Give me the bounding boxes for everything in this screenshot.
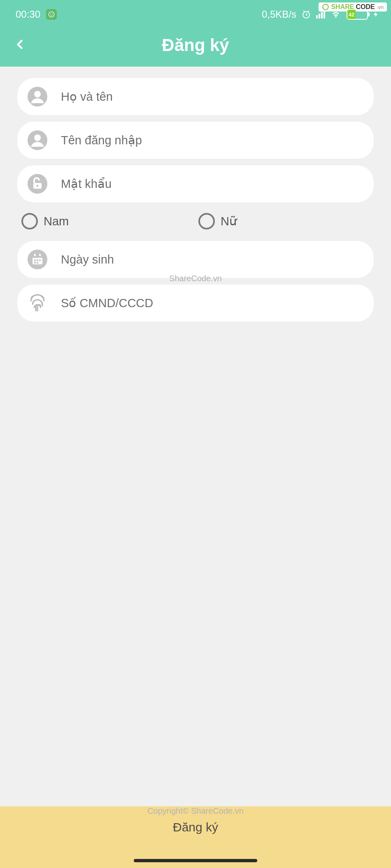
logo-swirl-icon <box>322 3 329 11</box>
calendar-icon <box>27 249 48 270</box>
svg-rect-15 <box>34 254 36 256</box>
svg-rect-14 <box>33 255 42 258</box>
page-title: Đăng ký <box>162 35 229 55</box>
idcard-input[interactable] <box>61 296 364 310</box>
battery-icon: 42 <box>347 9 368 20</box>
idcard-field[interactable] <box>17 285 374 322</box>
dob-field[interactable] <box>17 241 374 278</box>
password-field[interactable] <box>17 165 374 202</box>
fullname-input[interactable] <box>61 90 364 104</box>
svg-rect-17 <box>34 259 36 261</box>
alarm-icon <box>301 9 311 19</box>
svg-rect-19 <box>39 259 41 261</box>
password-input[interactable] <box>61 177 364 191</box>
gender-male-radio[interactable]: Nam <box>21 213 198 229</box>
svg-point-2 <box>50 14 51 14</box>
radio-circle-icon <box>21 213 38 229</box>
gender-radios: Nam Nữ <box>17 209 374 234</box>
person-icon <box>27 130 48 150</box>
status-netspeed: 0,5KB/s <box>262 9 296 20</box>
svg-point-11 <box>37 185 39 187</box>
radio-circle-icon <box>198 213 215 229</box>
home-indicator[interactable] <box>134 859 257 862</box>
fullname-field[interactable] <box>17 78 374 115</box>
gender-female-radio[interactable]: Nữ <box>198 213 237 229</box>
chevron-left-icon <box>12 35 27 54</box>
signal-icon <box>316 10 325 19</box>
svg-rect-16 <box>39 254 41 256</box>
svg-point-6 <box>34 91 41 97</box>
svg-point-8 <box>34 134 41 141</box>
person-icon <box>27 86 48 107</box>
gender-male-label: Nam <box>44 215 69 228</box>
lock-open-icon <box>27 174 48 194</box>
signup-form: Nam Nữ <box>0 67 391 322</box>
submit-button[interactable]: Đăng ký <box>173 820 218 834</box>
watermark-suffix: .vn <box>377 4 384 10</box>
svg-rect-21 <box>37 262 38 264</box>
svg-point-1 <box>49 12 54 17</box>
username-input[interactable] <box>61 134 364 147</box>
app-notification-icon <box>46 9 57 20</box>
svg-point-3 <box>52 14 53 14</box>
battery-percent: 42 <box>347 10 356 19</box>
dob-input[interactable] <box>61 253 364 266</box>
username-field[interactable] <box>17 122 374 159</box>
fingerprint-icon <box>27 293 48 313</box>
svg-rect-18 <box>37 259 38 261</box>
gender-female-label: Nữ <box>221 214 237 228</box>
app-header: SHARECODE.vn 00:30 0,5KB/s 42 Đăng ký <box>0 0 391 67</box>
svg-rect-20 <box>34 262 36 264</box>
status-time: 00:30 <box>16 9 40 20</box>
back-button[interactable] <box>12 35 27 56</box>
svg-point-0 <box>323 4 329 10</box>
